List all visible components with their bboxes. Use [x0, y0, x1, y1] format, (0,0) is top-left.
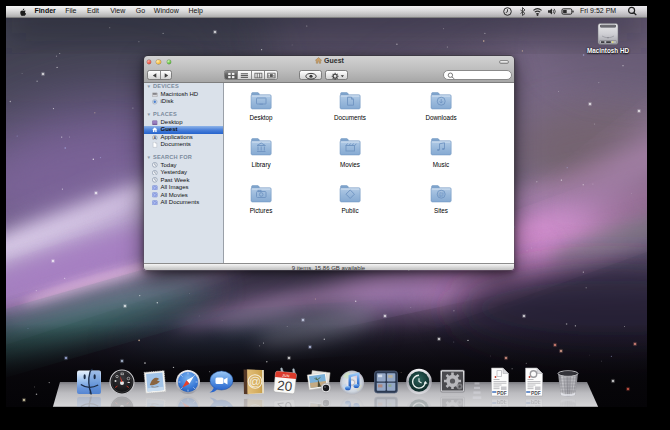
svg-text:PDF: PDF: [496, 391, 506, 396]
svg-text:PDF: PDF: [496, 398, 506, 403]
svg-text:PDF: PDF: [530, 391, 540, 396]
svg-text:20: 20: [276, 378, 293, 394]
svg-text:PDF: PDF: [530, 398, 540, 403]
svg-text:@: @: [249, 374, 262, 388]
svg-text:20: 20: [276, 398, 293, 407]
